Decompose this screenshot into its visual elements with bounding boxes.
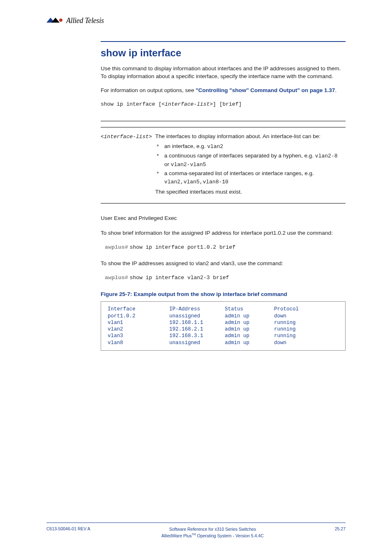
section-rule bbox=[101, 41, 346, 42]
page-footer: C613-50046-01 REV A Software Reference f… bbox=[46, 523, 346, 539]
example1-cmd: show ip interface port1.0.2 brief bbox=[129, 244, 235, 250]
footer-right: 25.27 bbox=[335, 526, 346, 531]
desc-cell: The interfaces to display information ab… bbox=[155, 131, 346, 197]
footer-line: C613-50046-01 REV A Software Reference f… bbox=[46, 526, 346, 539]
table-header-rule bbox=[101, 127, 346, 127]
li-code: vlan2,vlan5,vlan8-10 bbox=[164, 179, 228, 185]
param-cell: <interface-list> bbox=[101, 131, 155, 197]
desc-outro: The specified interfaces must exist. bbox=[155, 188, 342, 196]
info-paragraph: For information on output options, see "… bbox=[101, 86, 346, 95]
syntax-row: Syntax show ip interface [<interface-lis… bbox=[101, 100, 346, 109]
parameter-table: <interface-list> The interfaces to displ… bbox=[101, 131, 346, 197]
footer-center-line2-post: Operating System - Version 5.4.4C bbox=[196, 533, 264, 538]
cli-prompt: awplus# bbox=[105, 275, 128, 281]
li-text: a continuous range of interfaces separat… bbox=[164, 153, 315, 159]
li-text: a comma-separated list of interfaces or … bbox=[164, 170, 314, 176]
tm-mark: TM bbox=[192, 533, 196, 536]
param-name: <interface-list> bbox=[101, 134, 152, 140]
intro-paragraph: Use this command to display information … bbox=[101, 65, 346, 81]
page: Allied Telesis show ip interface Use thi… bbox=[0, 0, 392, 555]
li-code: vlan2 bbox=[207, 143, 223, 150]
mode-text: User Exec and Privileged Exec bbox=[101, 215, 177, 221]
info-link[interactable]: "Controlling "show" Command Output" on p… bbox=[196, 87, 335, 93]
footer-center-line2-pre: AlliedWare Plus bbox=[161, 533, 192, 538]
li-join: or bbox=[164, 161, 171, 167]
info-suffix: . bbox=[335, 87, 337, 93]
main-content: show ip interface Use this command to di… bbox=[46, 46, 346, 351]
syntax-pre: show ip interface [ bbox=[101, 101, 161, 107]
desc-intro: The interfaces to display information ab… bbox=[155, 132, 342, 141]
table-row: <interface-list> The interfaces to displ… bbox=[101, 131, 346, 197]
list-item: an interface, e.g. vlan2 bbox=[163, 142, 342, 151]
example2-cmd: show ip interface vlan2-3 brief bbox=[129, 275, 229, 281]
command-title: show ip interface bbox=[101, 46, 346, 60]
brand-text: Allied Telesis bbox=[66, 16, 104, 25]
footer-rule bbox=[46, 523, 346, 523]
svg-point-2 bbox=[59, 18, 62, 22]
list-item: a comma-separated list of interfaces or … bbox=[163, 169, 342, 186]
cli-prompt: awplus# bbox=[105, 244, 128, 250]
desc-list: an interface, e.g. vlan2 a continuous ra… bbox=[155, 142, 342, 186]
li-text: an interface, e.g. bbox=[164, 143, 207, 149]
example1-cmd-line: awplus# show ip interface port1.0.2 brie… bbox=[105, 243, 346, 252]
table-bottom-rule bbox=[101, 203, 346, 204]
output-row: Output Figure 25-7: Example output from … bbox=[101, 290, 346, 298]
output-box: Interface IP-Address Status Protocol por… bbox=[101, 301, 346, 351]
footer-left: C613-50046-01 REV A bbox=[46, 526, 90, 531]
li-code: vlan2-8 bbox=[315, 153, 338, 159]
footer-center: Software Reference for x310 Series Switc… bbox=[161, 526, 264, 539]
mode-row: Mode User Exec and Privileged Exec bbox=[101, 214, 346, 222]
info-prefix: For information on output options, see bbox=[101, 87, 196, 93]
li-code: vlan2-vlan5 bbox=[171, 162, 206, 168]
footer-center-line1: Software Reference for x310 Series Switc… bbox=[169, 527, 256, 532]
syntax-param: <interface-list> bbox=[161, 101, 213, 107]
examples-row: Examples To show brief information for t… bbox=[101, 229, 346, 237]
table-top-rule bbox=[101, 121, 346, 121]
brand-header: Allied Telesis bbox=[46, 12, 346, 29]
list-item: a continuous range of interfaces separat… bbox=[163, 152, 342, 169]
example2-cmd-line: awplus# show ip interface vlan2-3 brief bbox=[105, 273, 346, 282]
syntax-code: show ip interface [<interface-list>] [br… bbox=[101, 101, 242, 107]
figure-caption: Figure 25-7: Example output from the sho… bbox=[101, 291, 287, 297]
example2-text: To show the IP addresses assigned to vla… bbox=[101, 259, 346, 268]
syntax-post: ] [brief] bbox=[213, 101, 242, 107]
logo-icon bbox=[46, 17, 64, 24]
example1-text: To show brief information for the assign… bbox=[101, 229, 346, 237]
